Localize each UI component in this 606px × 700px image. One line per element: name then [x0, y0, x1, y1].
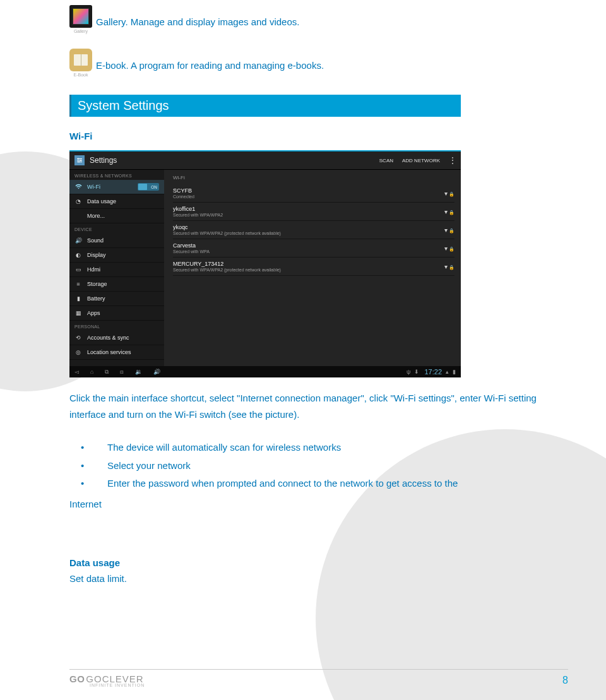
lock-icon: 🔒: [449, 210, 454, 215]
display-icon: ◐: [74, 251, 82, 259]
sidebar-item-label: Storage: [87, 281, 107, 287]
hdmi-icon: ▭: [74, 266, 82, 273]
sidebar-item-battery[interactable]: ▮ Battery: [69, 292, 164, 306]
sidebar-item-label: Battery: [87, 295, 105, 302]
wifi-toggle[interactable]: ON: [138, 183, 159, 191]
sidebar-item-label: More...: [87, 213, 105, 219]
sidebar-item-label: Apps: [87, 310, 100, 316]
apps-icon: ▦: [74, 309, 82, 317]
data-usage-heading: Data usage: [69, 557, 537, 568]
bullet-text: Enter the password when prompted and con…: [107, 475, 458, 493]
network-item[interactable]: SCYFB Connected ▾🔒: [173, 184, 454, 203]
sidebar-item-label: Wi-Fi: [87, 184, 100, 190]
wifi-signal-icon: ▾🔒: [444, 190, 454, 197]
blank-icon: [74, 212, 82, 220]
network-item[interactable]: Carvesta Secured with WPA ▾🔒: [173, 239, 454, 258]
wifi-icon: [74, 183, 82, 191]
lock-icon: 🔒: [449, 192, 454, 196]
page-number: 8: [562, 675, 568, 686]
volume-down-button[interactable]: 🔉: [135, 369, 142, 375]
network-name: Carvesta: [173, 242, 444, 249]
brand-go: GO: [69, 673, 85, 684]
app-row-ebook: E-Book E-book. A program for reading and…: [69, 49, 537, 77]
back-button[interactable]: ◅: [74, 369, 79, 375]
sidebar-item-label: Hdmi: [87, 266, 100, 273]
storage-icon: ≡: [74, 280, 82, 288]
lock-icon: 🔒: [449, 247, 454, 251]
volume-up-button[interactable]: 🔊: [153, 369, 160, 375]
wifi-signal-icon: ▾🔒: [444, 227, 454, 234]
wifi-signal-icon: ▾🔒: [444, 245, 454, 252]
category-device: DEVICE: [69, 223, 164, 234]
overflow-menu-icon[interactable]: ⋮: [449, 156, 456, 165]
sidebar-item-location[interactable]: ◎ Location services: [69, 345, 164, 360]
network-status: Secured with WPA/WPA2 (protected network…: [173, 231, 444, 235]
lock-icon: 🔒: [449, 228, 454, 233]
bullet-dot: •: [69, 457, 107, 475]
sync-icon: ⟲: [74, 334, 82, 341]
network-status: Secured with WPA/WPA2 (protected network…: [173, 268, 444, 272]
network-item[interactable]: MERCURY_173412 Secured with WPA/WPA2 (pr…: [173, 258, 454, 276]
wifi-heading: Wi-Fi: [69, 131, 537, 141]
continuation-text: Internet: [69, 495, 537, 514]
wifi-instructions: Click the main interface shortcut, selec…: [69, 390, 537, 422]
svg-point-5: [78, 162, 80, 163]
download-icon: ⬇: [414, 369, 419, 375]
svg-point-4: [80, 160, 81, 161]
settings-sidebar: WIRELESS & NETWORKS Wi-Fi ON ◔ Data usag…: [69, 170, 164, 366]
category-personal: PERSONAL: [69, 321, 164, 331]
sidebar-item-label: Accounts & sync: [87, 335, 129, 341]
network-name: MERCURY_173412: [173, 261, 444, 267]
gallery-description: Gallery. Manage and display images and v…: [96, 15, 299, 33]
battery-icon: ▮: [74, 295, 82, 302]
sidebar-item-wifi[interactable]: Wi-Fi ON: [69, 180, 164, 194]
bullet-list: •The device will automatically scan for …: [69, 439, 537, 513]
sidebar-item-hdmi[interactable]: ▭ Hdmi: [69, 263, 164, 277]
network-item[interactable]: ykoffice1 Secured with WPA/WPA2 ▾🔒: [173, 203, 454, 221]
section-banner-system-settings: System Settings: [69, 95, 461, 117]
bullet-text: Select your network: [107, 457, 191, 475]
app-row-gallery: Gallery Gallery. Manage and display imag…: [69, 5, 537, 33]
sidebar-item-data-usage[interactable]: ◔ Data usage: [69, 194, 164, 209]
add-network-button[interactable]: ADD NETWORK: [402, 158, 440, 163]
sidebar-item-display[interactable]: ◐ Display: [69, 248, 164, 263]
data-usage-icon: ◔: [74, 198, 82, 205]
ebook-description: E-book. A program for reading and managi…: [96, 59, 324, 77]
scan-button[interactable]: SCAN: [379, 158, 393, 163]
recent-apps-button[interactable]: ⧉: [105, 369, 109, 376]
network-name: ykoqc: [173, 224, 444, 230]
sidebar-item-label: Sound: [87, 237, 104, 244]
sidebar-item-storage[interactable]: ≡ Storage: [69, 277, 164, 292]
bullet-dot: •: [69, 475, 107, 493]
wifi-signal-icon: ▾🔒: [444, 263, 454, 270]
android-settings-screenshot: Settings SCAN ADD NETWORK ⋮ WIRELESS & N…: [69, 150, 461, 377]
sidebar-item-accounts[interactable]: ⟲ Accounts & sync: [69, 331, 164, 345]
ebook-caption: E-Book: [74, 73, 88, 77]
gallery-caption: Gallery: [74, 29, 88, 33]
category-wireless: WIRELESS & NETWORKS: [69, 170, 164, 180]
home-button[interactable]: ⌂: [90, 369, 93, 375]
wifi-status-icon: ▴: [446, 369, 449, 375]
ebook-icon: [69, 49, 92, 71]
bullet-text: The device will automatically scan for w…: [107, 439, 341, 457]
settings-app-icon: [74, 155, 85, 165]
network-name: ykoffice1: [173, 206, 444, 212]
bullet-dot: •: [69, 439, 107, 457]
sidebar-item-label: Data usage: [87, 198, 116, 205]
svg-point-3: [78, 158, 79, 160]
sidebar-item-label: Location services: [87, 349, 131, 355]
network-item[interactable]: ykoqc Secured with WPA/WPA2 (protected n…: [173, 221, 454, 239]
page-footer: GO GOCLEVER INFINITE INVENTION 8: [69, 669, 568, 687]
sidebar-item-more[interactable]: More...: [69, 209, 164, 223]
gallery-icon: [69, 5, 92, 28]
screenshot-button[interactable]: ⧈: [120, 369, 124, 376]
android-navbar: ◅ ⌂ ⧉ ⧈ 🔉 🔊 ψ ⬇ 17:22 ▴ ▮: [69, 366, 461, 377]
location-icon: ◎: [74, 348, 82, 356]
network-status: Secured with WPA: [173, 249, 444, 254]
status-clock: 17:22: [424, 368, 442, 376]
sidebar-item-apps[interactable]: ▦ Apps: [69, 306, 164, 321]
sidebar-item-label: Display: [87, 252, 106, 258]
sidebar-item-sound[interactable]: 🔊 Sound: [69, 234, 164, 248]
data-usage-text: Set data limit.: [69, 573, 537, 584]
battery-status-icon: ▮: [453, 369, 456, 375]
